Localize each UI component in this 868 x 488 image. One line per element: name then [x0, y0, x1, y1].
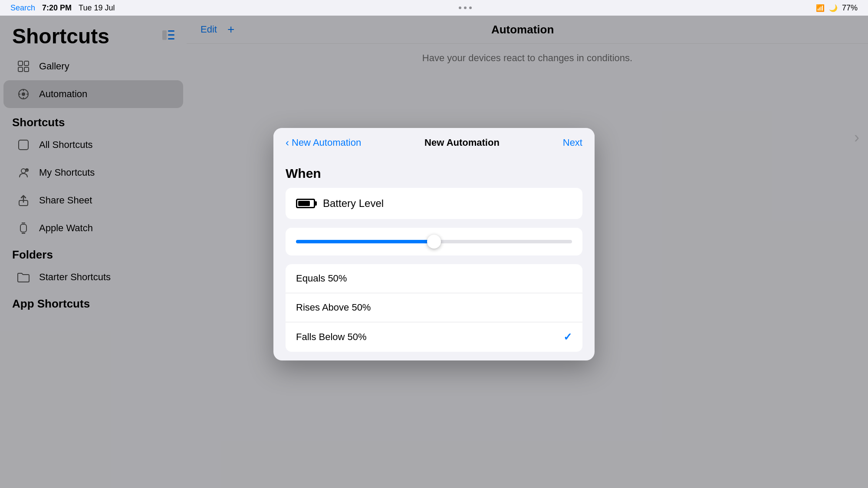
option-rises-above-label: Rises Above 50% [296, 302, 371, 313]
modal-back-label: New Automation [292, 137, 361, 148]
modal-overlay: ‹ New Automation New Automation Next Whe… [0, 0, 868, 488]
checkmark-icon: ✓ [563, 331, 572, 343]
modal-body: When Battery Level Eq [273, 157, 595, 360]
modal-header: ‹ New Automation New Automation Next [273, 128, 595, 157]
wifi-icon: 📶 [816, 4, 825, 12]
option-falls-below-label: Falls Below 50% [296, 331, 367, 343]
modal-title: New Automation [424, 137, 500, 148]
battery-icon [296, 199, 315, 208]
battery-level-label: Battery Level [323, 197, 384, 210]
slider-thumb[interactable] [427, 235, 441, 249]
battery-body [296, 199, 315, 208]
moon-icon: 🌙 [829, 4, 838, 12]
modal-back-button[interactable]: ‹ New Automation [286, 137, 361, 149]
when-label: When [286, 166, 582, 181]
new-automation-modal: ‹ New Automation New Automation Next Whe… [273, 128, 595, 360]
option-row-falls-below[interactable]: Falls Below 50% ✓ [286, 322, 582, 352]
battery-display: 77% [842, 3, 858, 13]
slider-card [286, 228, 582, 255]
status-bar-left: Search 7:20 PM Tue 19 Jul [10, 3, 115, 13]
battery-level-card[interactable]: Battery Level [286, 188, 582, 219]
status-bar: Search 7:20 PM Tue 19 Jul 📶 🌙 77% [0, 0, 868, 16]
slider-fill [296, 240, 434, 243]
chevron-left-icon: ‹ [286, 137, 289, 149]
modal-next-button[interactable]: Next [563, 137, 582, 148]
options-card: Equals 50% Rises Above 50% Falls Below 5… [286, 264, 582, 352]
slider-track[interactable] [296, 240, 572, 243]
status-bar-right: 📶 🌙 77% [816, 3, 858, 13]
three-dots-indicator [459, 7, 472, 9]
option-row-rises-above[interactable]: Rises Above 50% [286, 293, 582, 322]
battery-fill [298, 201, 310, 206]
date-display: Tue 19 Jul [79, 3, 115, 13]
search-label[interactable]: Search [10, 3, 35, 13]
time-display: 7:20 PM [42, 3, 72, 13]
option-row-equals[interactable]: Equals 50% [286, 264, 582, 293]
option-equals-label: Equals 50% [296, 273, 347, 284]
